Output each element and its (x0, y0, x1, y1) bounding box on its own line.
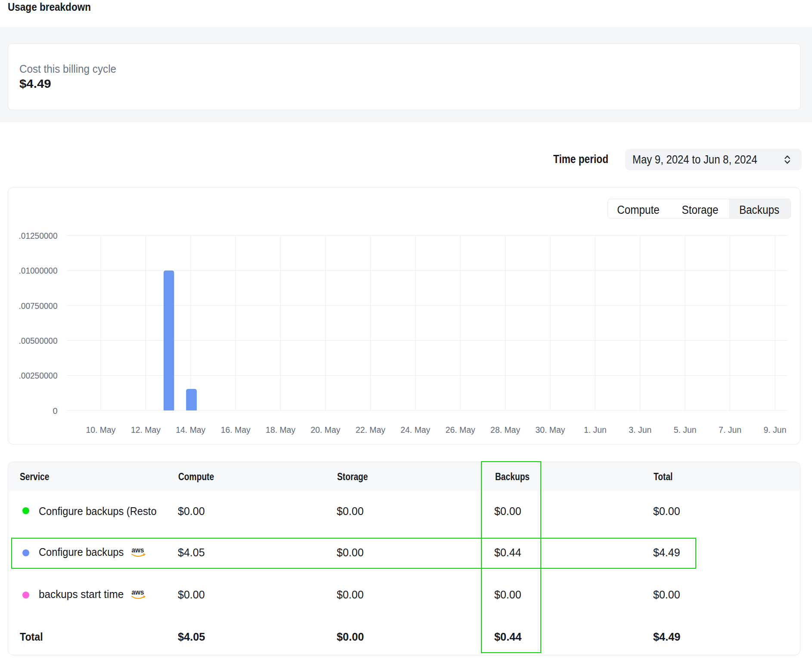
svg-text:.01000000: .01000000 (19, 266, 58, 275)
svg-text:5. Jun: 5. Jun (674, 425, 697, 435)
svg-text:28. May: 28. May (490, 425, 520, 435)
svg-text:7. Jun: 7. Jun (719, 425, 741, 435)
svg-text:30. May: 30. May (536, 425, 565, 435)
svg-text:.00750000: .00750000 (19, 301, 58, 311)
svg-text:10. May: 10. May (86, 425, 116, 435)
svg-text:26. May: 26. May (446, 425, 475, 435)
svg-text:20. May: 20. May (311, 425, 341, 435)
svg-text:.01250000: .01250000 (19, 231, 58, 240)
svg-text:.00500000: .00500000 (19, 336, 58, 345)
svg-text:0: 0 (53, 406, 57, 416)
svg-text:16. May: 16. May (221, 425, 251, 435)
svg-text:9. Jun: 9. Jun (764, 425, 787, 435)
svg-text:1. Jun: 1. Jun (584, 425, 607, 435)
svg-text:24. May: 24. May (400, 425, 430, 435)
svg-text:.00250000: .00250000 (19, 371, 58, 380)
svg-text:3. Jun: 3. Jun (629, 425, 651, 435)
svg-text:12. May: 12. May (131, 425, 161, 435)
svg-text:18. May: 18. May (266, 425, 295, 435)
svg-text:22. May: 22. May (356, 425, 385, 435)
svg-text:14. May: 14. May (176, 425, 205, 435)
svg-text:aws: aws (132, 590, 144, 596)
